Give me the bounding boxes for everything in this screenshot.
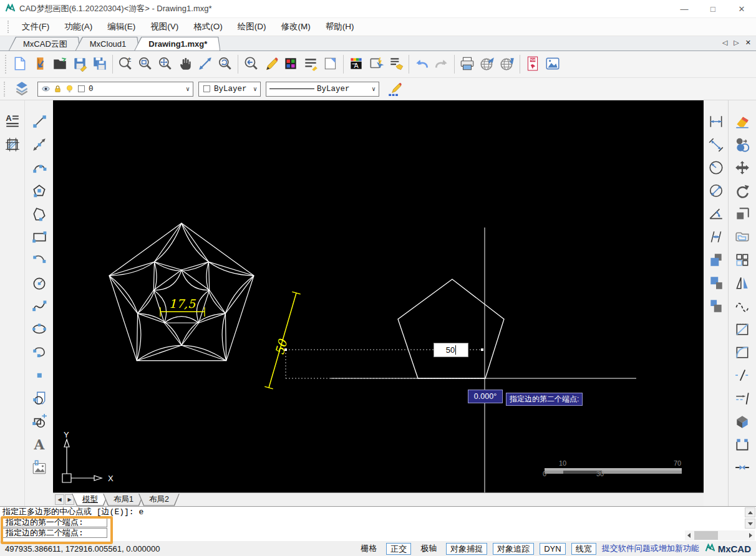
tool-pdf-export[interactable]: PDF: [523, 54, 543, 75]
tool-copy-stack2[interactable]: [706, 274, 726, 294]
tool-axes-arrows[interactable]: [195, 54, 215, 75]
draw-order-button[interactable]: [384, 80, 405, 98]
tool-chamfer[interactable]: [732, 320, 752, 340]
drawing-canvas[interactable]: 17,550XY 50 0.000° 指定边的第二个端点: 1070 030: [53, 100, 704, 492]
tool-join[interactable]: [732, 458, 752, 478]
menu-a[interactable]: 功能(A): [57, 21, 100, 32]
tool-dim-angular[interactable]: [706, 204, 726, 224]
scroll-up-button[interactable]: [745, 507, 755, 517]
tool-quick-select[interactable]: [366, 54, 386, 75]
command-horizontal-scrollbar[interactable]: [685, 530, 755, 540]
tool-block-new[interactable]: [29, 412, 49, 432]
scroll-thumb[interactable]: [694, 531, 718, 540]
tool-polygon[interactable]: [29, 181, 49, 201]
tool-new-file[interactable]: [10, 54, 30, 75]
status-toggle-极轴[interactable]: 极轴: [417, 543, 440, 555]
tool-block[interactable]: [29, 389, 49, 409]
tool-dim-linear[interactable]: [706, 112, 726, 132]
tool-point[interactable]: [29, 366, 49, 386]
layout-scroll-left-button[interactable]: ◀: [55, 494, 64, 505]
tool-dim-aligned[interactable]: [706, 135, 726, 155]
tool-zoom-window[interactable]: [135, 54, 155, 75]
tool-image[interactable]: [29, 458, 49, 478]
tool-undo[interactable]: [412, 54, 432, 75]
tool-save[interactable]: [70, 54, 90, 75]
tool-box-3d[interactable]: [732, 412, 752, 432]
maximize-button[interactable]: □: [699, 0, 727, 17]
dynamic-input-field[interactable]: 50: [434, 343, 468, 357]
doc-tab[interactable]: MxCAD云图: [9, 37, 80, 50]
tool-circle[interactable]: [29, 274, 49, 294]
tab-scroll-right-icon[interactable]: ▷: [734, 39, 739, 47]
tool-image-export[interactable]: [543, 54, 563, 75]
command-vertical-scrollbar[interactable]: [745, 507, 755, 530]
tool-spline-edit[interactable]: [732, 297, 752, 317]
menu-f[interactable]: 文件(F): [14, 21, 57, 32]
tool-rotate[interactable]: [732, 181, 752, 201]
status-toggle-栅格[interactable]: 栅格: [357, 543, 380, 555]
tool-print[interactable]: [457, 54, 477, 75]
tool-page-new-window[interactable]: [321, 54, 341, 75]
tool-color-palette[interactable]: [281, 54, 301, 75]
tool-linetype-list[interactable]: [301, 54, 321, 75]
status-toggle-DYN[interactable]: DYN: [540, 543, 565, 555]
tool-zoom-dynamic[interactable]: [215, 54, 235, 75]
tool-dim-continue[interactable]: [706, 228, 726, 247]
tool-rectangle[interactable]: [29, 228, 49, 247]
menu-h[interactable]: 帮助(H): [318, 21, 362, 32]
menu-m[interactable]: 修改(M): [274, 21, 318, 32]
tool-copy-stack1[interactable]: [706, 251, 726, 271]
command-line-panel[interactable]: 指定正多边形的中心点或 [边(E)]: e指定边的第一个端点:指定边的第二个端点…: [0, 506, 756, 541]
layout-tab[interactable]: 布局1: [104, 494, 143, 506]
tab-scroll-left-icon[interactable]: ◁: [722, 39, 727, 47]
tool-open-folder[interactable]: [50, 54, 70, 75]
tool-stretch[interactable]: [732, 204, 752, 224]
tool-xline[interactable]: [29, 135, 49, 155]
feedback-link[interactable]: 提交软件问题或增加新功能: [602, 543, 699, 554]
tool-web-publish[interactable]: [477, 54, 497, 75]
minimize-button[interactable]: —: [670, 0, 699, 17]
tool-break[interactable]: [732, 366, 752, 386]
layer-manager-button[interactable]: [11, 80, 32, 98]
doc-tab[interactable]: Drawing1.mxg*: [135, 37, 220, 50]
tool-arc2[interactable]: [29, 251, 49, 271]
tool-copy-stack3[interactable]: [706, 297, 726, 317]
tool-dim-radius[interactable]: [706, 158, 726, 178]
tool-zoom-back[interactable]: [241, 54, 261, 75]
tool-copy[interactable]: [732, 135, 752, 155]
layout-tab[interactable]: 布局2: [139, 494, 179, 506]
tool-offset[interactable]: [732, 228, 752, 247]
linetype-select[interactable]: ByLayer ∨: [266, 82, 379, 97]
tool-dim-diameter[interactable]: [706, 181, 726, 201]
tool-hatch[interactable]: [2, 135, 22, 155]
status-toggle-对象追踪[interactable]: 对象追踪: [493, 543, 534, 555]
tab-close-icon[interactable]: ✕: [745, 39, 751, 47]
tool-draw-pencil[interactable]: [261, 54, 281, 75]
menu-e[interactable]: 编辑(E): [100, 21, 143, 32]
scroll-down-button[interactable]: [745, 519, 755, 529]
tool-save-all[interactable]: [90, 54, 110, 75]
tool-arc1[interactable]: [29, 158, 49, 178]
tool-polyline[interactable]: [29, 204, 49, 224]
tool-break-point[interactable]: [732, 389, 752, 409]
layer-select[interactable]: 0 ∨: [37, 82, 193, 97]
tool-redo[interactable]: [432, 54, 452, 75]
tool-erase[interactable]: [732, 112, 752, 132]
menu-o[interactable]: 格式(O): [186, 21, 230, 32]
tool-zoom-extents[interactable]: [155, 54, 175, 75]
menu-d[interactable]: 绘图(D): [230, 21, 274, 32]
tool-line[interactable]: [29, 112, 49, 132]
doc-tab[interactable]: MxCloud1: [76, 37, 139, 50]
status-toggle-线宽[interactable]: 线宽: [571, 543, 596, 555]
tool-arc3[interactable]: [29, 343, 49, 363]
tool-text[interactable]: A: [29, 435, 49, 455]
scroll-left-button[interactable]: [687, 533, 691, 538]
scroll-right-button[interactable]: [749, 533, 752, 538]
tool-match-brush[interactable]: [386, 54, 406, 75]
tool-text-style[interactable]: A: [346, 54, 366, 75]
menu-v[interactable]: 视图(V): [143, 21, 186, 32]
layout-tab[interactable]: 模型: [72, 494, 108, 506]
close-button[interactable]: ✕: [727, 0, 756, 17]
tool-web-download[interactable]: [497, 54, 517, 75]
tool-spline[interactable]: [29, 297, 49, 317]
